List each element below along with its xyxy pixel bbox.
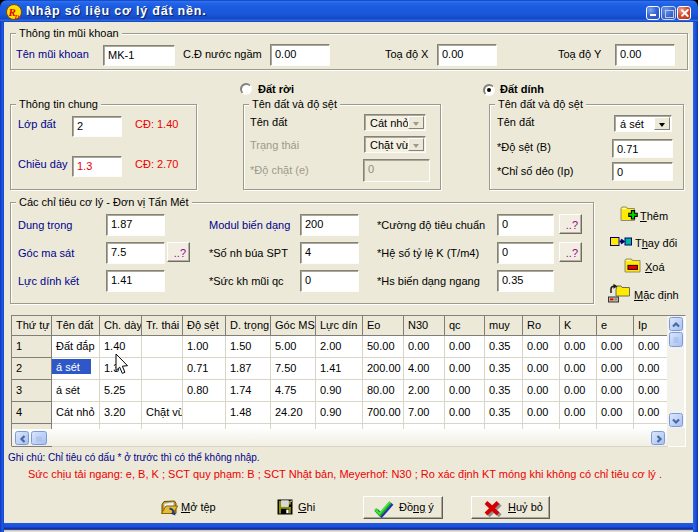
svg-text:D: D xyxy=(14,13,20,21)
